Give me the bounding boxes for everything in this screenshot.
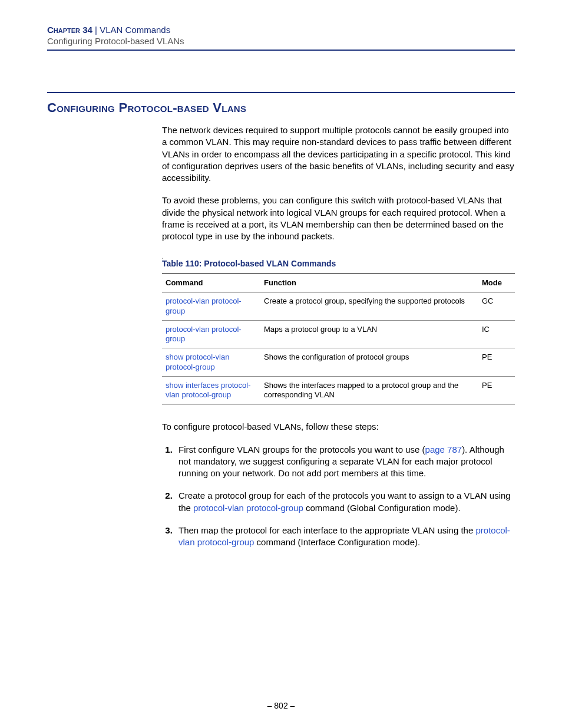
commands-table: Command Function Mode protocol-vlan prot…	[162, 273, 515, 404]
cell-mode: GC	[478, 292, 515, 321]
page-number: – 802 –	[0, 701, 562, 710]
step-text: First configure VLAN groups for the prot…	[178, 444, 425, 454]
step-2: Create a protocol group for each of the …	[175, 490, 515, 514]
chapter-title: VLAN Commands	[100, 25, 170, 35]
col-header-command: Command	[162, 274, 260, 292]
step-text: command (Global Configuration mode).	[303, 503, 461, 513]
steps-intro: To configure protocol-based VLANs, follo…	[162, 421, 515, 433]
table-header-row: Command Function Mode	[162, 274, 515, 292]
cell-command-link[interactable]: show interfaces protocol-vlan protocol-g…	[162, 376, 260, 404]
table-row: protocol-vlan protocol-group Maps a prot…	[162, 320, 515, 348]
running-header: Chapter 34 | VLAN Commands Configuring P…	[47, 25, 515, 51]
command-link[interactable]: protocol-vlan protocol-group	[193, 503, 303, 513]
section-title: Configuring Protocol-based Vlans	[47, 100, 515, 116]
table-row: protocol-vlan protocol-group Create a pr…	[162, 292, 515, 321]
cell-mode: PE	[478, 348, 515, 377]
step-text: Then map the protocol for each interface…	[178, 525, 475, 535]
step-1: First configure VLAN groups for the prot…	[175, 444, 515, 480]
cell-mode: IC	[478, 320, 515, 348]
col-header-function: Function	[260, 274, 478, 292]
section-rule: Configuring Protocol-based Vlans The net…	[47, 92, 515, 548]
page: Chapter 34 | VLAN Commands Configuring P…	[0, 0, 562, 728]
page-link[interactable]: page 787	[425, 444, 462, 454]
cell-command-link[interactable]: protocol-vlan protocol-group	[162, 320, 260, 348]
table-row: show interfaces protocol-vlan protocol-g…	[162, 376, 515, 404]
cell-function: Shows the interfaces mapped to a protoco…	[260, 376, 478, 404]
cell-function: Shows the configuration of protocol grou…	[260, 348, 478, 377]
paragraph-1: The network devices required to support …	[162, 124, 515, 184]
cell-function: Create a protocol group, specifying the …	[260, 292, 478, 321]
header-line-2: Configuring Protocol-based VLANs	[47, 36, 515, 46]
cell-function: Maps a protocol group to a VLAN	[260, 320, 478, 348]
header-line-1: Chapter 34 | VLAN Commands	[47, 25, 515, 35]
col-header-mode: Mode	[478, 274, 515, 292]
paragraph-2: To avoid these problems, you can configu…	[162, 195, 515, 242]
cell-command-link[interactable]: show protocol-vlan protocol-group	[162, 348, 260, 377]
steps-list: First configure VLAN groups for the prot…	[162, 444, 515, 549]
table-row: show protocol-vlan protocol-group Shows …	[162, 348, 515, 377]
cell-mode: PE	[478, 376, 515, 404]
header-separator: |	[92, 25, 100, 35]
body-block: The network devices required to support …	[162, 124, 515, 548]
step-text: command (Interface Configuration mode).	[254, 537, 420, 547]
chapter-label: Chapter 34	[47, 25, 92, 35]
cell-command-link[interactable]: protocol-vlan protocol-group	[162, 292, 260, 321]
step-3: Then map the protocol for each interface…	[175, 525, 515, 549]
table-caption: . Table 110: Protocol-based VLAN Command…	[162, 255, 515, 268]
